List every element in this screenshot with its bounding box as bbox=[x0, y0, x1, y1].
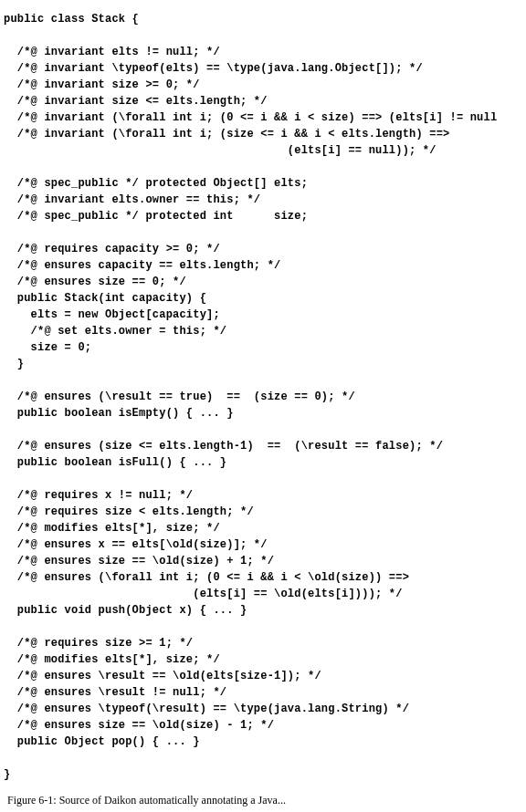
code-line: /*@ ensures (\result == true) == (size =… bbox=[4, 390, 355, 403]
code-line: /*@ invariant (\forall int i; (size <= i… bbox=[4, 128, 449, 141]
code-line: /*@ requires capacity >= 0; */ bbox=[4, 243, 220, 255]
code-line: /*@ ensures \typeof(\result) == \type(ja… bbox=[4, 703, 409, 715]
code-line: size = 0; bbox=[4, 341, 91, 354]
code-line: /*@ ensures \result != null; */ bbox=[4, 686, 226, 699]
code-line: /*@ invariant (\forall int i; (0 <= i &&… bbox=[4, 111, 497, 124]
code-line: elts = new Object[capacity]; bbox=[4, 308, 220, 321]
code-line: /*@ ensures (\forall int i; (0 <= i && i… bbox=[4, 571, 409, 584]
code-line: /*@ invariant elts.owner == this; */ bbox=[4, 193, 260, 206]
code-line: /*@ modifies elts[*], size; */ bbox=[4, 653, 220, 666]
code-line: /*@ spec_public */ protected int size; bbox=[4, 210, 308, 223]
code-listing: public class Stack { /*@ invariant elts … bbox=[4, 11, 526, 783]
code-line: /*@ invariant size >= 0; */ bbox=[4, 78, 200, 91]
code-line: /*@ ensures \result == \old(elts[size-1]… bbox=[4, 670, 321, 682]
code-line: (elts[i] == null)); */ bbox=[4, 144, 437, 157]
code-line: public class Stack { bbox=[4, 13, 139, 26]
code-line: /*@ ensures size == 0; */ bbox=[4, 276, 186, 288]
code-line: public boolean isFull() { ... } bbox=[4, 456, 226, 469]
code-line: /*@ ensures x == elts[\old(size)]; */ bbox=[4, 538, 268, 551]
code-line: /*@ requires x != null; */ bbox=[4, 489, 193, 502]
code-line: /*@ ensures size == \old(size) + 1; */ bbox=[4, 555, 274, 567]
code-line: /*@ invariant \typeof(elts) == \type(jav… bbox=[4, 62, 423, 75]
code-line: /*@ modifies elts[*], size; */ bbox=[4, 522, 220, 535]
code-line: /*@ set elts.owner = this; */ bbox=[4, 325, 226, 338]
code-line: } bbox=[4, 768, 10, 781]
code-line: public boolean isEmpty() { ... } bbox=[4, 407, 234, 420]
code-line: /*@ ensures capacity == elts.length; */ bbox=[4, 259, 280, 272]
code-line: /*@ ensures size == \old(size) - 1; */ bbox=[4, 719, 274, 732]
code-line: public void push(Object x) { ... } bbox=[4, 604, 247, 617]
code-line: /*@ requires size >= 1; */ bbox=[4, 637, 193, 650]
figure-caption: Figure 6-1: Source of Daikon automatical… bbox=[4, 792, 526, 808]
code-line: } bbox=[4, 358, 24, 370]
code-line: /*@ requires size < elts.length; */ bbox=[4, 505, 254, 518]
code-line: public Object pop() { ... } bbox=[4, 735, 200, 748]
code-line: /*@ ensures (size <= elts.length-1) == (… bbox=[4, 440, 443, 453]
code-line: /*@ invariant elts != null; */ bbox=[4, 46, 220, 58]
code-line: public Stack(int capacity) { bbox=[4, 292, 206, 305]
code-line: /*@ invariant size <= elts.length; */ bbox=[4, 95, 268, 108]
code-line: /*@ spec_public */ protected Object[] el… bbox=[4, 177, 308, 190]
code-line: (elts[i] == \old(elts[i]))); */ bbox=[4, 588, 403, 600]
